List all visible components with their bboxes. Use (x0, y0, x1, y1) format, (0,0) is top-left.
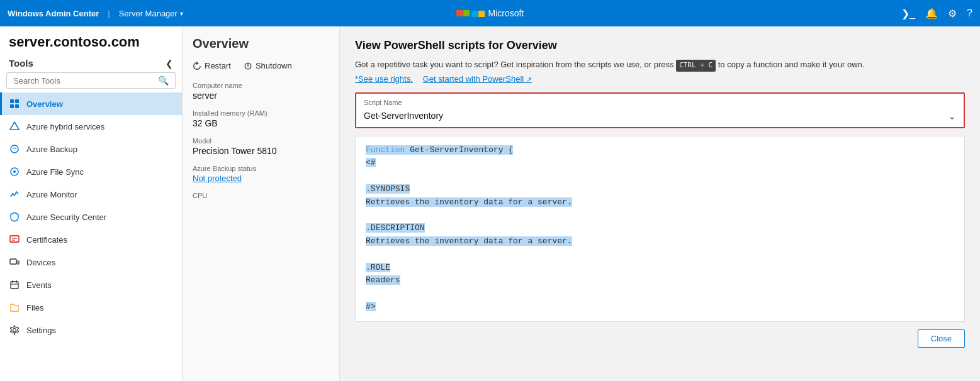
svg-point-7 (13, 170, 16, 173)
server-name: server.contoso.com (0, 26, 182, 54)
overview-label: Overview (26, 99, 63, 109)
close-button-row: Close (355, 329, 965, 348)
azure-security-label: Azure Security Center (26, 213, 106, 222)
script-name-value: Get-ServerInventory (364, 111, 443, 121)
devices-icon (9, 257, 20, 268)
search-tools-container: 🔍 (6, 72, 176, 89)
code-line-6: Retrieves the inventory data for a serve… (366, 235, 954, 248)
azure-file-sync-icon (9, 166, 20, 177)
sidebar-item-azure-hybrid[interactable]: Azure hybrid services (0, 115, 182, 138)
notifications-icon[interactable]: 🔔 (925, 8, 938, 19)
shutdown-icon (244, 62, 252, 70)
settings-nav-icon (9, 324, 20, 336)
devices-label: Devices (26, 258, 55, 267)
code-line-4: Retrieves the inventory data for a serve… (366, 196, 954, 209)
see-rights-link[interactable]: *See use rights. (355, 74, 413, 84)
overview-icon (9, 98, 20, 109)
computer-name-label: Computer name (193, 82, 329, 89)
sidebar-item-certificates[interactable]: Certificates (0, 228, 182, 251)
settings-label: Settings (26, 326, 56, 335)
azure-monitor-label: Azure Monitor (26, 190, 77, 199)
sidebar-item-azure-file-sync[interactable]: Azure File Sync (0, 160, 182, 183)
top-bar-center: Microsoft (456, 8, 524, 18)
nav-list: Overview Azure hybrid services Azure Bac… (0, 92, 182, 381)
files-icon (9, 302, 20, 313)
top-bar-right: ❯_ 🔔 ⚙ ? (901, 8, 972, 19)
search-icon: 🔍 (158, 75, 169, 86)
code-line-3: .SYNOPSIS (366, 183, 954, 196)
sidebar: server.contoso.com Tools ❮ 🔍 Overview Az… (0, 26, 183, 381)
azure-hybrid-icon (9, 121, 20, 132)
certificates-icon (9, 234, 20, 245)
azure-hybrid-label: Azure hybrid services (26, 122, 104, 131)
sidebar-item-files[interactable]: Files (0, 296, 182, 319)
svg-rect-3 (15, 104, 19, 108)
search-input[interactable] (13, 76, 158, 86)
settings-icon[interactable]: ⚙ (948, 8, 957, 19)
right-panel-title: View PowerShell scripts for Overview (355, 39, 965, 52)
azure-file-sync-label: Azure File Sync (26, 167, 84, 177)
code-line-1: Function Get-ServerInventory { (366, 144, 954, 157)
description-text: Got a repetitive task you want to script… (355, 58, 965, 72)
code-line-8: Readers (366, 274, 954, 287)
microsoft-label: Microsoft (488, 8, 524, 18)
script-name-select[interactable]: Get-ServerInventory ⌄ (364, 110, 956, 122)
sidebar-item-azure-monitor[interactable]: Azure Monitor (0, 183, 182, 206)
get-started-link[interactable]: Get started with PowerShell ↗ (423, 74, 532, 84)
script-name-label: Script Name (364, 99, 956, 106)
model-value: Precision Tower 5810 (193, 146, 329, 156)
code-line-blank2 (366, 209, 954, 222)
code-line-5: .DESCRIPTION (366, 222, 954, 235)
svg-rect-2 (10, 104, 14, 108)
top-bar-divider: | (108, 9, 110, 18)
top-bar: Windows Admin Center | Server Manager ▾ … (0, 0, 980, 26)
middle-panel: Overview Restart Shutdown Computer name … (183, 26, 340, 381)
svg-rect-0 (10, 99, 14, 103)
code-line-blank1 (366, 170, 954, 183)
backup-label: Azure Backup status (193, 165, 329, 172)
right-panel: View PowerShell scripts for Overview Got… (340, 26, 980, 381)
sidebar-item-overview[interactable]: Overview (0, 92, 182, 115)
sidebar-item-settings[interactable]: Settings (0, 319, 182, 341)
ctrl-badge: CTRL + C (676, 60, 716, 72)
events-label: Events (26, 280, 52, 290)
model-label: Model (193, 137, 329, 145)
azure-monitor-icon (9, 189, 20, 200)
code-line-9: #> (366, 301, 954, 314)
action-bar: Restart Shutdown (193, 61, 329, 70)
azure-security-icon (9, 211, 20, 223)
svg-marker-4 (10, 122, 19, 130)
tools-header: Tools ❮ (0, 54, 182, 72)
svg-marker-18 (196, 62, 199, 65)
events-icon (9, 279, 20, 290)
svg-point-17 (13, 329, 16, 332)
memory-label: Installed memory (RAM) (193, 109, 329, 117)
sidebar-item-azure-backup[interactable]: Azure Backup (0, 138, 182, 160)
terminal-icon[interactable]: ❯_ (901, 8, 915, 19)
shutdown-button[interactable]: Shutdown (244, 61, 292, 70)
sidebar-item-azure-security[interactable]: Azure Security Center (0, 206, 182, 228)
certificates-label: Certificates (26, 235, 67, 245)
code-line-2: <# (366, 157, 954, 170)
script-name-box: Script Name Get-ServerInventory ⌄ (355, 92, 965, 128)
backup-value[interactable]: Not protected (193, 174, 329, 183)
svg-rect-8 (10, 236, 19, 242)
computer-name-value: server (193, 91, 329, 101)
code-block: Function Get-ServerInventory { <# .SYNOP… (355, 136, 965, 322)
code-line-7: .ROLE (366, 262, 954, 275)
sidebar-item-events[interactable]: Events (0, 273, 182, 296)
collapse-button[interactable]: ❮ (166, 58, 173, 69)
restart-button[interactable]: Restart (193, 61, 231, 70)
close-button[interactable]: Close (918, 329, 965, 348)
help-icon[interactable]: ? (967, 8, 972, 19)
files-label: Files (26, 303, 43, 312)
sidebar-item-devices[interactable]: Devices (0, 251, 182, 273)
app-name: Windows Admin Center (8, 9, 99, 18)
code-line-blank3 (366, 248, 954, 262)
links-row: *See use rights. Get started with PowerS… (355, 74, 965, 84)
main-layout: server.contoso.com Tools ❮ 🔍 Overview Az… (0, 26, 980, 381)
server-manager-button[interactable]: Server Manager ▾ (119, 9, 183, 18)
azure-backup-label: Azure Backup (26, 145, 77, 154)
cpu-label: CPU (193, 192, 329, 199)
memory-value: 32 GB (193, 118, 329, 128)
